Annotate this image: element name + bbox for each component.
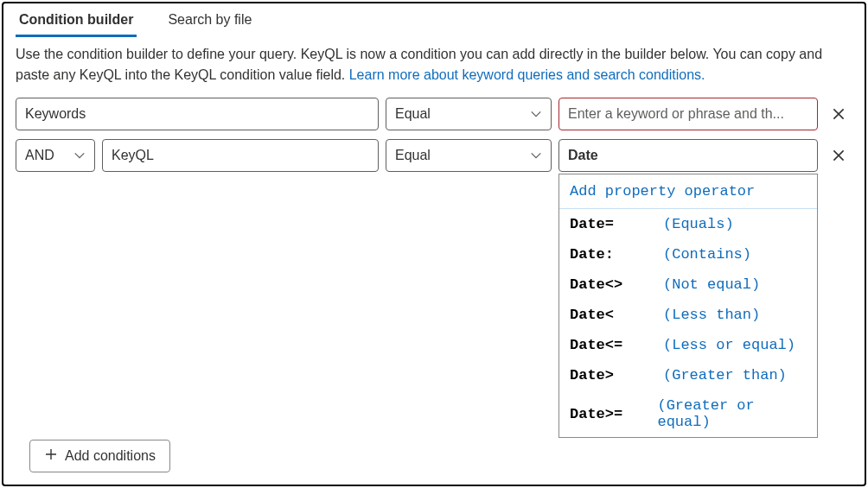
condition-builder-panel: Condition builder Search by file Use the… bbox=[2, 2, 866, 486]
remove-condition-button[interactable] bbox=[825, 142, 852, 169]
close-icon bbox=[831, 106, 846, 122]
condition-row: AND KeyQL Equal Date Add property operat… bbox=[16, 139, 852, 172]
remove-condition-button[interactable] bbox=[825, 100, 852, 128]
logic-select[interactable]: AND bbox=[16, 139, 95, 172]
operator-value: Equal bbox=[395, 106, 431, 122]
property-value: KeyQL bbox=[112, 148, 154, 163]
autocomplete-item[interactable]: Date<(Less than) bbox=[559, 300, 817, 330]
ac-operator: Date>= bbox=[570, 406, 657, 422]
autocomplete-list: Date=(Equals) Date:(Contains) Date<>(Not… bbox=[559, 209, 817, 437]
value-input[interactable]: Enter a keyword or phrase and th... bbox=[558, 98, 818, 130]
property-value: Keywords bbox=[25, 106, 86, 122]
logic-value: AND bbox=[25, 148, 54, 163]
ac-label: (Not equal) bbox=[663, 276, 760, 293]
tabs: Condition builder Search by file bbox=[16, 3, 852, 37]
plus-icon bbox=[44, 447, 58, 465]
operator-select[interactable]: Equal bbox=[386, 98, 552, 130]
autocomplete-item[interactable]: Date=(Equals) bbox=[559, 209, 817, 239]
ac-operator: Date: bbox=[570, 246, 663, 263]
close-icon bbox=[831, 148, 846, 163]
add-conditions-label: Add conditions bbox=[65, 448, 156, 464]
ac-label: (Contains) bbox=[663, 246, 751, 263]
chevron-down-icon bbox=[530, 149, 542, 162]
ac-operator: Date< bbox=[570, 307, 663, 323]
ac-label: (Equals) bbox=[663, 216, 734, 232]
ac-label: (Less or equal) bbox=[663, 337, 795, 353]
learn-more-link[interactable]: Learn more about keyword queries and sea… bbox=[349, 67, 705, 82]
value-input-wrap: Date Add property operator Date=(Equals)… bbox=[558, 139, 818, 172]
ac-label: (Less than) bbox=[663, 307, 760, 323]
autocomplete-item[interactable]: Date<>(Not equal) bbox=[559, 269, 817, 300]
autocomplete-item[interactable]: Date>=(Greater or equal) bbox=[559, 390, 817, 437]
operator-select[interactable]: Equal bbox=[386, 139, 552, 172]
autocomplete-dropdown: Add property operator Date=(Equals) Date… bbox=[558, 174, 818, 438]
operator-value: Equal bbox=[395, 148, 431, 163]
value-typed: Date bbox=[568, 148, 598, 163]
autocomplete-item[interactable]: Date:(Contains) bbox=[559, 239, 817, 269]
ac-operator: Date<= bbox=[570, 337, 663, 353]
description: Use the condition builder to define your… bbox=[16, 37, 852, 98]
ac-operator: Date= bbox=[570, 216, 663, 232]
tab-search-by-file[interactable]: Search by file bbox=[164, 3, 255, 37]
add-conditions-button[interactable]: Add conditions bbox=[29, 440, 170, 472]
tab-condition-builder[interactable]: Condition builder bbox=[16, 3, 137, 37]
chevron-down-icon bbox=[530, 108, 542, 120]
ac-operator: Date<> bbox=[570, 276, 663, 293]
autocomplete-header: Add property operator bbox=[559, 174, 817, 209]
ac-label: (Greater or equal) bbox=[657, 397, 807, 430]
ac-operator: Date> bbox=[570, 367, 663, 383]
value-placeholder: Enter a keyword or phrase and th... bbox=[568, 106, 784, 122]
value-input[interactable]: Date bbox=[558, 139, 818, 172]
property-select[interactable]: Keywords bbox=[16, 98, 379, 130]
autocomplete-item[interactable]: Date<=(Less or equal) bbox=[559, 330, 817, 360]
condition-row: Keywords Equal Enter a keyword or phrase… bbox=[16, 98, 852, 130]
ac-label: (Greater than) bbox=[663, 367, 787, 383]
chevron-down-icon bbox=[73, 149, 86, 162]
autocomplete-item[interactable]: Date>(Greater than) bbox=[559, 360, 817, 390]
property-select[interactable]: KeyQL bbox=[102, 139, 379, 172]
